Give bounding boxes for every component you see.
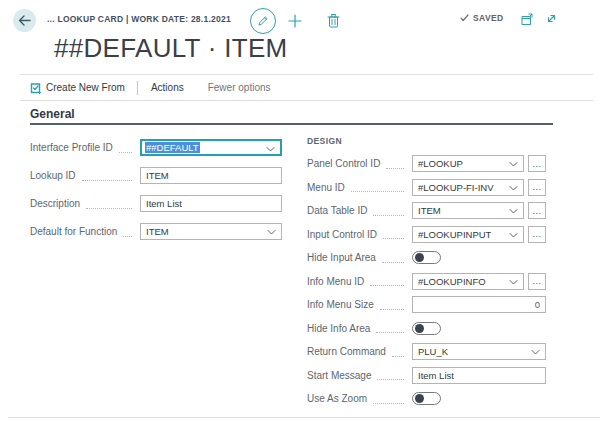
field-control: ITEM bbox=[140, 167, 282, 184]
data-table-id-assist-button[interactable]: ... bbox=[528, 202, 546, 219]
field-value: ITEM bbox=[418, 205, 441, 216]
chevron-down-icon[interactable] bbox=[509, 208, 518, 215]
field-label: Return Command bbox=[307, 346, 386, 357]
field-interface-profile-id: Interface Profile ID##DEFAULT bbox=[30, 139, 282, 156]
field-start-message: Start MessageItem List bbox=[307, 367, 546, 384]
return-command-combobox[interactable]: PLU_K bbox=[412, 343, 546, 360]
field-panel-control-id: Panel Control ID#LOOKUP... bbox=[307, 155, 546, 172]
design-group-heading: DESIGN bbox=[307, 136, 342, 146]
toggle-knob bbox=[415, 324, 424, 333]
chevron-down-icon[interactable] bbox=[267, 229, 276, 236]
dotted-leader bbox=[119, 143, 132, 153]
field-value: #LOOKUPINFO bbox=[418, 276, 486, 287]
dotted-leader bbox=[386, 159, 404, 169]
field-label: Info Menu Size bbox=[307, 299, 374, 310]
back-button[interactable] bbox=[13, 9, 36, 32]
field-return-command: Return CommandPLU_K bbox=[307, 343, 546, 360]
toolbar-separator bbox=[137, 81, 138, 95]
field-input-control-id: Input Control ID#LOOKUPINPUT... bbox=[307, 226, 546, 243]
field-control: ITEM bbox=[140, 223, 282, 240]
panel-control-id-combobox[interactable]: #LOOKUP bbox=[412, 155, 524, 172]
field-label: Interface Profile ID bbox=[30, 142, 113, 153]
chevron-down-icon[interactable] bbox=[509, 161, 518, 168]
general-fields-column: Interface Profile ID##DEFAULTLookup IDIT… bbox=[30, 139, 282, 251]
field-control: #LOOKUP-FI-INV... bbox=[412, 179, 546, 196]
create-new-from-label: Create New From bbox=[46, 82, 125, 93]
dotted-leader bbox=[392, 347, 404, 357]
field-control bbox=[412, 392, 546, 405]
field-label: Hide Info Area bbox=[307, 323, 370, 334]
field-value: #LOOKUP bbox=[418, 158, 463, 169]
section-divider bbox=[30, 123, 553, 125]
field-control: #LOOKUPINFO... bbox=[412, 273, 546, 290]
fewer-options-button[interactable]: Fewer options bbox=[208, 82, 271, 93]
chevron-down-icon[interactable] bbox=[509, 185, 518, 192]
data-table-id-combobox[interactable]: ITEM bbox=[412, 202, 524, 219]
use-as-zoom-toggle[interactable] bbox=[412, 392, 441, 405]
dotted-leader bbox=[377, 370, 404, 380]
save-status: SAVED bbox=[460, 13, 504, 23]
dotted-leader bbox=[380, 300, 404, 310]
new-button[interactable] bbox=[288, 14, 302, 28]
field-label: Start Message bbox=[307, 370, 371, 381]
field-use-as-zoom: Use As Zoom bbox=[307, 390, 546, 407]
menu-id-assist-button[interactable]: ... bbox=[528, 179, 546, 196]
delete-button[interactable] bbox=[327, 13, 340, 28]
design-fields-column: Panel Control ID#LOOKUP...Menu ID#LOOKUP… bbox=[307, 155, 546, 414]
interface-profile-id-combobox[interactable]: ##DEFAULT bbox=[140, 139, 282, 156]
field-value: 0 bbox=[535, 299, 540, 310]
input-control-id-assist-button[interactable]: ... bbox=[528, 226, 546, 243]
hide-info-area-toggle[interactable] bbox=[412, 322, 441, 335]
field-info-menu-id: Info Menu ID#LOOKUPINFO... bbox=[307, 273, 546, 290]
default-for-function-combobox[interactable]: ITEM bbox=[140, 223, 282, 240]
action-bar: Create New From Actions Fewer options bbox=[20, 74, 593, 101]
plus-icon bbox=[288, 14, 302, 28]
info-menu-id-assist-button[interactable]: ... bbox=[528, 273, 546, 290]
lookup-card-page: ... LOOKUP CARD | WORK DATE: 28.1.2021 S… bbox=[0, 0, 600, 425]
dotted-leader bbox=[123, 227, 132, 237]
field-value: PLU_K bbox=[418, 346, 448, 357]
open-in-new-window-button[interactable] bbox=[521, 13, 535, 26]
trash-icon bbox=[327, 13, 340, 28]
edit-pencil-icon bbox=[257, 15, 269, 27]
page-title: ##DEFAULT · ITEM bbox=[54, 33, 288, 64]
chevron-down-icon[interactable] bbox=[509, 279, 518, 286]
field-label: Description bbox=[30, 198, 80, 209]
create-new-from-icon bbox=[30, 82, 41, 94]
dotted-leader bbox=[373, 206, 404, 216]
info-menu-id-combobox[interactable]: #LOOKUPINFO bbox=[412, 273, 524, 290]
expand-diagonal-icon bbox=[545, 12, 558, 25]
chevron-down-icon[interactable] bbox=[266, 146, 275, 153]
chevron-down-icon[interactable] bbox=[531, 349, 540, 356]
field-value: Item List bbox=[146, 198, 182, 209]
field-control: Item List bbox=[140, 195, 282, 212]
general-section-heading[interactable]: General bbox=[30, 107, 75, 121]
field-label: Input Control ID bbox=[307, 229, 377, 240]
field-lookup-id: Lookup IDITEM bbox=[30, 167, 282, 184]
breadcrumb-caption: ... LOOKUP CARD | WORK DATE: 28.1.2021 bbox=[47, 14, 231, 24]
field-label: Panel Control ID bbox=[307, 158, 380, 169]
field-control: PLU_K bbox=[412, 343, 546, 360]
chevron-down-icon[interactable] bbox=[509, 232, 518, 239]
start-message-input[interactable]: Item List bbox=[412, 367, 546, 384]
expand-button[interactable] bbox=[545, 12, 558, 25]
hide-input-area-toggle[interactable] bbox=[412, 251, 441, 264]
lookup-id-input[interactable]: ITEM bbox=[140, 167, 282, 184]
actions-menu-button[interactable]: Actions bbox=[151, 82, 184, 93]
field-label: Data Table ID bbox=[307, 205, 367, 216]
description-input[interactable]: Item List bbox=[140, 195, 282, 212]
bottom-divider bbox=[8, 417, 600, 418]
panel-control-id-assist-button[interactable]: ... bbox=[528, 155, 546, 172]
dotted-leader bbox=[370, 276, 404, 286]
field-default-for-function: Default for FunctionITEM bbox=[30, 223, 282, 240]
info-menu-size-input[interactable]: 0 bbox=[412, 296, 546, 313]
dotted-leader bbox=[351, 182, 404, 192]
menu-id-combobox[interactable]: #LOOKUP-FI-INV bbox=[412, 179, 524, 196]
actions-label: Actions bbox=[151, 82, 184, 93]
field-hide-input-area: Hide Input Area bbox=[307, 249, 546, 266]
create-new-from-button[interactable]: Create New From bbox=[30, 82, 125, 94]
edit-button[interactable] bbox=[250, 8, 276, 34]
field-label: Use As Zoom bbox=[307, 393, 367, 404]
field-label: Menu ID bbox=[307, 182, 345, 193]
input-control-id-combobox[interactable]: #LOOKUPINPUT bbox=[412, 226, 524, 243]
